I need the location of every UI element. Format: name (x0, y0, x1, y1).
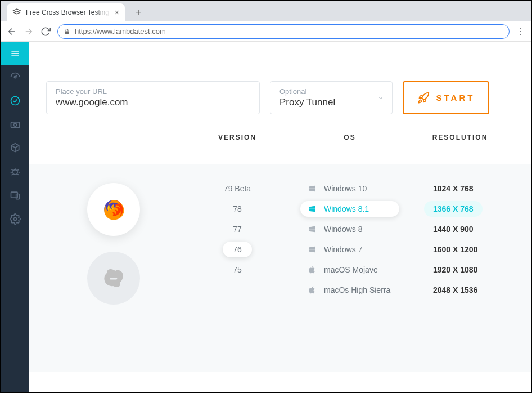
gauge-icon (10, 72, 21, 83)
sidebar-item-dashboard[interactable] (1, 65, 29, 89)
proxy-select[interactable]: Optional Proxy Tunnel (270, 81, 393, 114)
realtime-icon (10, 95, 21, 106)
version-option[interactable]: 79 Beta (214, 181, 261, 196)
resolution-option[interactable]: 1920 X 1080 (424, 262, 486, 278)
browser-addressbar: https://www.lambdatest.com ⋮ (1, 21, 531, 42)
close-tab-icon[interactable]: × (115, 8, 119, 17)
resolution-option[interactable]: 1600 X 1200 (424, 242, 486, 257)
svg-point-4 (11, 97, 20, 105)
forward-button[interactable] (24, 26, 34, 37)
resolution-option[interactable]: 1024 X 768 (424, 181, 483, 196)
version-option[interactable]: 77 (223, 221, 252, 237)
os-list: Windows 10Windows 8.1Windows 8Windows 7m… (294, 181, 406, 305)
sidebar-item-screenshot[interactable] (1, 113, 29, 136)
svg-point-6 (14, 123, 17, 126)
app-sidebar (1, 42, 29, 392)
os-option[interactable]: Windows 7 (300, 242, 399, 257)
header-resolution: RESOLUTION (406, 133, 514, 141)
rocket-icon (417, 92, 430, 104)
chevron-down-icon (377, 95, 384, 101)
url-input-value: www.google.com (56, 97, 250, 108)
sidebar-menu-toggle[interactable] (1, 42, 29, 65)
new-tab-button[interactable]: + (130, 5, 146, 20)
lock-icon (64, 28, 70, 35)
url-text: https://www.lambdatest.com (75, 27, 166, 35)
os-option[interactable]: Windows 8 (300, 221, 399, 237)
version-option[interactable]: 76 (223, 242, 252, 257)
proxy-label: Optional (279, 87, 383, 96)
os-option[interactable]: macOS Mojave (300, 262, 399, 278)
firefox-icon (101, 197, 126, 222)
browser-ie[interactable] (87, 252, 140, 305)
browser-tabbar: Free Cross Browser Testing Cloud × + (1, 1, 531, 21)
sidebar-item-realtime[interactable] (1, 89, 29, 113)
start-button[interactable]: START (403, 81, 489, 114)
os-option[interactable]: Windows 10 (300, 181, 399, 196)
svg-rect-5 (11, 122, 20, 128)
bug-icon (10, 166, 21, 177)
version-option[interactable]: 75 (223, 262, 252, 278)
eye-icon (10, 119, 21, 130)
browser-menu-button[interactable]: ⋮ (516, 26, 525, 37)
header-os: OS (294, 133, 406, 141)
sidebar-item-cube[interactable] (1, 136, 29, 160)
resolution-option[interactable]: 2048 X 1536 (424, 282, 486, 298)
os-option[interactable]: Windows 8.1 (300, 201, 399, 217)
version-option[interactable]: 78 (223, 201, 252, 217)
sidebar-item-bug[interactable] (1, 160, 29, 184)
header-version: VERSION (181, 133, 294, 141)
main-content: Place your URL www.google.com Optional P… (29, 42, 531, 392)
resolution-option[interactable]: 1366 X 768 (424, 201, 483, 217)
svg-point-7 (13, 170, 17, 175)
svg-rect-0 (65, 31, 69, 34)
ie-icon (102, 267, 125, 289)
back-button[interactable] (7, 26, 17, 37)
url-input-label: Place your URL (56, 87, 250, 96)
sidebar-item-responsive[interactable] (1, 184, 29, 207)
os-option[interactable]: macOs High Sierra (300, 282, 399, 298)
tab-favicon (12, 8, 21, 17)
sidebar-item-settings[interactable] (1, 207, 29, 231)
tab-title: Free Cross Browser Testing Cloud (26, 8, 110, 16)
url-input[interactable]: Place your URL www.google.com (46, 81, 260, 114)
gear-icon (10, 213, 21, 225)
cube-icon (10, 142, 21, 154)
resolution-option[interactable]: 1440 X 900 (424, 221, 483, 237)
address-input[interactable]: https://www.lambdatest.com (57, 24, 510, 39)
browser-firefox[interactable] (87, 183, 140, 236)
svg-point-10 (14, 218, 17, 221)
proxy-value: Proxy Tunnel (279, 97, 383, 108)
version-list: 79 Beta78777675 (181, 181, 294, 305)
reload-button[interactable] (40, 26, 51, 37)
resolution-list: 1024 X 7681366 X 7681440 X 9001600 X 120… (406, 181, 514, 305)
browser-tab[interactable]: Free Cross Browser Testing Cloud × (7, 3, 125, 21)
start-button-label: START (436, 93, 475, 102)
devices-icon (10, 190, 21, 201)
